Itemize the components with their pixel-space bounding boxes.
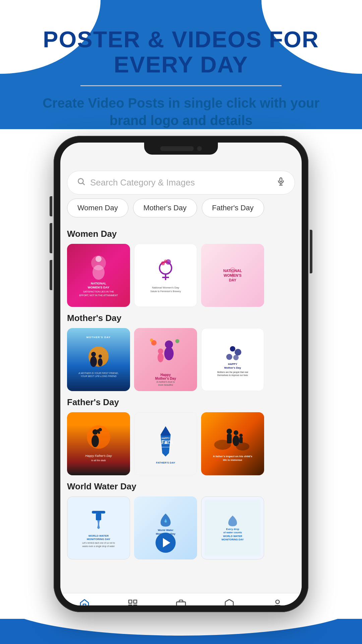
account-icon xyxy=(272,599,283,605)
section-title-fathers-day: Father's Day xyxy=(67,397,295,408)
hero-divider xyxy=(80,85,282,86)
mothers-day-svg-3 xyxy=(223,342,243,362)
svg-text:WOMEN'S: WOMEN'S xyxy=(224,273,241,277)
search-placeholder: Search Category & Images xyxy=(90,177,272,188)
phone-notch-camera xyxy=(197,146,202,151)
fathers-card-1-text: Happy Father's Dayto all the dads xyxy=(85,454,112,462)
svg-rect-60 xyxy=(134,600,137,603)
bottom-nav: Home xyxy=(60,593,302,605)
fathers-day-card-1-visual: Happy Father's Dayto all the dads xyxy=(67,412,130,471)
wwd-svg-1 xyxy=(85,507,112,534)
women-day-svg-3: ♀ NATIONAL WOMEN'S DAY xyxy=(213,255,253,296)
svg-rect-61 xyxy=(129,605,132,605)
wwd-svg-3 xyxy=(224,514,241,528)
mothers-day-card-3[interactable]: HAPPYMother's Day Mothers are the people… xyxy=(201,328,264,391)
phone-top-bar xyxy=(60,143,302,163)
world-water-day-card-2[interactable]: 💧 World WaterMonitoring Day SaveWater xyxy=(134,496,197,559)
nav-brandkit[interactable]: Brand Kit xyxy=(205,599,253,605)
svg-rect-56 xyxy=(92,511,105,514)
svg-point-30 xyxy=(230,346,235,352)
home-icon xyxy=(79,599,90,605)
chip-women-day[interactable]: Women Day xyxy=(67,199,128,217)
search-icon xyxy=(77,177,85,188)
phone-btn-vol-silent xyxy=(50,196,52,216)
chip-fathers-day[interactable]: Father's Day xyxy=(202,199,264,217)
svg-point-64 xyxy=(276,600,280,604)
mothers-card-1-text: A MOTHER IS YOUR FIRST FRIEND,YOUR BEST … xyxy=(78,372,118,378)
nav-businesses[interactable]: My Businesses xyxy=(157,599,205,605)
world-water-day-card-3[interactable]: Every dropof water countsWORLD WATERMONI… xyxy=(201,496,264,559)
women-day-card-2-label: National Women's DaySalute to Feminism's… xyxy=(150,286,181,293)
women-day-svg-2 xyxy=(152,257,179,284)
fathers-day-card-2-visual: HAPPY Fa er's FATHER'S DAY xyxy=(134,413,197,475)
mothers-day-card-3-visual: HAPPYMother's Day Mothers are the people… xyxy=(204,331,261,388)
mothers-day-card-2[interactable]: HappyMother's Day A mother's love ismore… xyxy=(134,328,197,391)
women-day-card-3[interactable]: ♀ NATIONAL WOMEN'S DAY xyxy=(201,244,264,307)
svg-line-1 xyxy=(83,183,84,185)
chip-mothers-day[interactable]: Mother's Day xyxy=(133,199,197,217)
fathers-card-2-label: FATHER'S DAY xyxy=(156,461,175,464)
businesses-icon xyxy=(176,599,186,605)
phone-btn-power xyxy=(310,230,312,273)
scroll-content: Women Day xyxy=(60,223,302,593)
svg-point-6 xyxy=(93,265,105,280)
hero-title: POSTER & VIDEOS FOR EVERY DAY xyxy=(0,27,362,77)
mothers-day-card-2-visual: HappyMother's Day A mother's love ismore… xyxy=(134,328,197,391)
svg-rect-47 xyxy=(213,421,253,455)
svg-text:er's: er's xyxy=(165,439,173,445)
svg-marker-40 xyxy=(161,426,171,436)
wwd-card-3-visual: Every dropof water countsWORLD WATERMONI… xyxy=(205,500,260,556)
svg-point-29 xyxy=(175,339,179,343)
microphone-icon[interactable] xyxy=(277,177,285,188)
svg-point-19 xyxy=(91,352,96,357)
mothers-day-card-1[interactable]: MOTHER'S DAY xyxy=(67,328,130,391)
women-day-card-1-label: NATIONALWOMEN'S DAYSATISFACTION LIES IN … xyxy=(79,282,118,298)
women-day-card-3-visual: ♀ NATIONAL WOMEN'S DAY xyxy=(201,244,264,307)
svg-rect-55 xyxy=(239,437,243,443)
world-water-day-grid: WORLD WATERMONITORING DAYLet's remind ea… xyxy=(67,496,295,559)
fathers-day-card-2[interactable]: HAPPY Fa er's FATHER'S DAY xyxy=(134,412,197,475)
mothers-day-card-1-visual: MOTHER'S DAY xyxy=(67,328,130,386)
wwd-svg-2: 💧 xyxy=(154,512,177,529)
play-button[interactable] xyxy=(156,533,176,553)
phone-btn-vol-down xyxy=(50,260,52,290)
women-day-card-2-visual: National Women's DaySalute to Feminism's… xyxy=(134,244,197,307)
svg-point-32 xyxy=(233,355,239,360)
fathers-day-card-3[interactable]: A father's impact on his child'slife is … xyxy=(201,412,264,475)
svg-text:💧: 💧 xyxy=(164,519,168,523)
svg-rect-62 xyxy=(134,605,137,605)
women-day-card-1-visual: NATIONALWOMEN'S DAYSATISFACTION LIES IN … xyxy=(67,244,130,307)
nav-custom[interactable]: Custom xyxy=(109,599,157,605)
section-title-women-day: Women Day xyxy=(67,229,295,239)
women-day-card-2[interactable]: National Women's DaySalute to Feminism's… xyxy=(134,244,197,307)
svg-point-7 xyxy=(96,256,102,262)
world-water-day-card-1[interactable]: WORLD WATERMONITORING DAYLet's remind ea… xyxy=(67,496,130,559)
phone-btn-vol-up xyxy=(50,223,52,253)
svg-text:HAPPY: HAPPY xyxy=(162,437,170,439)
svg-point-50 xyxy=(227,429,232,434)
svg-point-53 xyxy=(233,435,239,446)
fathers-day-card-1[interactable]: Happy Father's Dayto all the dads xyxy=(67,412,130,475)
brandkit-icon xyxy=(224,599,235,605)
women-day-card-1[interactable]: NATIONALWOMEN'S DAYSATISFACTION LIES IN … xyxy=(67,244,130,307)
hero-subtitle: Create Video Posts in single click with … xyxy=(0,94,362,129)
nav-account[interactable]: Account xyxy=(253,599,302,605)
fathers-card-3-text: A father's impact on his child'slife is … xyxy=(213,455,252,462)
women-day-grid: NATIONALWOMEN'S DAYSATISFACTION LIES IN … xyxy=(67,244,295,307)
search-bar[interactable]: Search Category & Images xyxy=(67,171,295,195)
svg-rect-57 xyxy=(96,514,101,520)
svg-point-26 xyxy=(158,353,164,362)
mothers-card-1-title: MOTHER'S DAY xyxy=(86,336,111,339)
phone-mockup: Search Category & Images xyxy=(54,136,308,612)
svg-rect-51 xyxy=(227,434,232,443)
nav-home[interactable]: Home xyxy=(60,599,109,605)
svg-point-31 xyxy=(235,349,241,356)
svg-rect-59 xyxy=(129,600,132,603)
section-title-world-water-day: World Water Day xyxy=(67,481,295,492)
svg-point-34 xyxy=(87,425,110,449)
svg-text:DAY: DAY xyxy=(229,278,237,282)
phone-section: Search Category & Images xyxy=(0,129,362,619)
wwd-card-3-label: Every dropof water countsWORLD WATERMONI… xyxy=(222,528,244,542)
fathers-day-card-3-visual: A father's impact on his child'slife is … xyxy=(201,412,264,471)
svg-point-28 xyxy=(150,338,153,342)
